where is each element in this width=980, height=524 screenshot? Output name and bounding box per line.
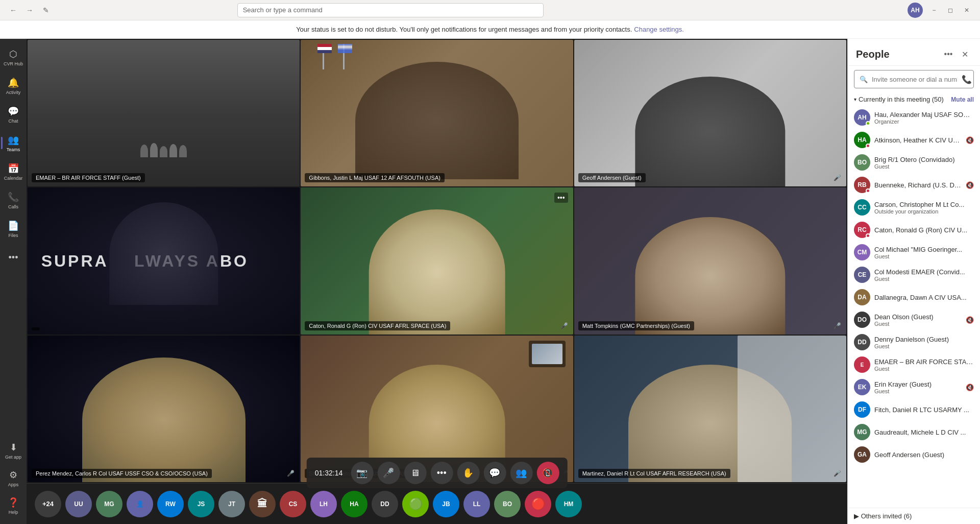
participant-item[interactable]: E EMAER – BR AIR FORCE STAFF (... Guest — [848, 353, 980, 376]
participant-info: Brig R/1 Otero (Convidado) Guest — [874, 156, 974, 170]
hand-button[interactable]: ✋ — [457, 462, 479, 484]
close-button[interactable]: ✕ — [960, 3, 974, 17]
participant-item[interactable]: DD Denny Danielson (Guest) Guest — [848, 331, 980, 353]
chat-ctrl-button[interactable]: 💬 — [483, 462, 506, 484]
avatar-MG[interactable]: MG — [96, 491, 122, 517]
panel-close-button[interactable]: ✕ — [958, 47, 972, 61]
participant-item[interactable]: AH Hau, Alexander Maj USAF SOUTH... Orga… — [848, 106, 980, 129]
restore-button[interactable]: ◻ — [943, 3, 958, 17]
hub-logo[interactable]: ⬡ CVR Hub — [1, 44, 26, 70]
participant-item[interactable]: DA Dallanegra, Dawn A CIV USA... — [848, 286, 980, 308]
chevron-down-icon: ▾ — [854, 97, 856, 102]
more-button[interactable]: ••• — [430, 462, 453, 484]
avatar-UU[interactable]: UU — [65, 491, 92, 517]
avatar-LH[interactable]: LH — [310, 491, 337, 517]
sidebar-item-calls[interactable]: 📞 Calls — [1, 187, 26, 213]
participant-item[interactable]: DO Dean Olson (Guest) Guest 🔇 — [848, 308, 980, 331]
others-invited[interactable]: ▶ Others invited (6) — [848, 508, 980, 524]
minimize-button[interactable]: − — [927, 3, 941, 17]
participant-info: Hau, Alexander Maj USAF SOUTH... Organiz… — [874, 111, 974, 125]
avatar-JB[interactable]: JB — [433, 491, 459, 517]
avatar-self[interactable]: 👤 — [127, 491, 153, 517]
end-call-button[interactable]: 📵 — [536, 462, 559, 484]
forward-button[interactable]: → — [22, 3, 37, 17]
avatar-LL[interactable]: LL — [463, 491, 490, 517]
participant-role: Guest — [874, 388, 962, 394]
camera-button[interactable]: 📷 — [351, 462, 373, 484]
mic-button[interactable]: 🎤 — [377, 462, 400, 484]
avatar-HA[interactable]: HA — [341, 491, 368, 517]
top-bar: ← → ✎ Search or type a command AH − ◻ ✕ — [0, 0, 980, 20]
avatar-RW[interactable]: RW — [157, 491, 184, 517]
participant-item[interactable]: HA Atkinson, Heather K CIV US... 🔇 — [848, 129, 980, 151]
name-tag-2: Gibbons, Justin L Maj USAF 12 AF AFSOUTH… — [305, 173, 445, 182]
participant-item[interactable]: MG Gaudreault, Michele L D CIV ... — [848, 421, 980, 443]
avatar-CS[interactable]: CS — [280, 491, 306, 517]
sidebar-item-files[interactable]: 📄 Files — [1, 216, 26, 242]
avatar-more[interactable]: +24 — [35, 491, 61, 517]
calls-label: Calls — [8, 204, 18, 209]
video-cell-5[interactable]: Caton, Ronald G (Ron) CIV USAF AFRL SPAC… — [301, 187, 573, 334]
participant-item[interactable]: BO Brig R/1 Otero (Convidado) Guest — [848, 151, 980, 174]
invite-input[interactable]: 🔍 📞 — [854, 70, 974, 88]
video-cell-4[interactable]: SUPRA LWAYS ABO — [28, 187, 300, 334]
invite-field[interactable] — [872, 76, 958, 83]
avatar-group[interactable]: 🏛 — [249, 491, 276, 517]
sidebar-item-activity[interactable]: 🔔 Activity — [1, 73, 26, 99]
participant-role: Guest — [874, 163, 974, 170]
back-button[interactable]: ← — [6, 3, 20, 17]
participant-name: Dean Olson (Guest) — [874, 313, 962, 321]
participant-item[interactable]: RC Caton, Ronald G (Ron) CIV U... — [848, 219, 980, 241]
sidebar-item-calendar[interactable]: 📅 Calendar — [1, 158, 26, 185]
participant-role: Guest — [874, 343, 974, 349]
user-avatar[interactable]: AH — [908, 3, 923, 18]
participant-item[interactable]: GA Geoff Andersen (Guest) — [848, 443, 980, 466]
participant-name: Dallanegra, Dawn A CIV USA... — [874, 294, 974, 301]
participant-item[interactable]: CE Col Modesti EMAER (Convid... Guest — [848, 264, 980, 286]
video-cell-9[interactable]: Martinez, Daniel R Lt Col USAF AFRL RESE… — [574, 336, 846, 482]
sidebar-item-apps[interactable]: ⚙ Apps — [1, 465, 26, 491]
participant-info: Atkinson, Heather K CIV US... — [874, 136, 962, 144]
participant-item[interactable]: CC Carson, Christopher M Lt Co... Outsid… — [848, 196, 980, 219]
participant-info: Caton, Ronald G (Ron) CIV U... — [874, 226, 974, 234]
avatar-green[interactable]: 🟢 — [402, 491, 429, 517]
video-cell-7[interactable]: Perez Mendez, Carlos R Col USAF USSF CSO… — [28, 336, 300, 482]
participants-button[interactable]: 👥 — [510, 462, 532, 484]
help-icon: ❓ — [8, 497, 19, 508]
video-cell-2[interactable]: Gibbons, Justin L Maj USAF 12 AF AFSOUTH… — [301, 40, 573, 186]
participant-item[interactable]: DF Fitch, Daniel R LTC USARMY ... — [848, 398, 980, 421]
participant-name: Carson, Christopher M Lt Co... — [874, 201, 974, 208]
sidebar-item-more[interactable]: ••• — [1, 244, 26, 271]
participant-avatar-GA: GA — [854, 446, 870, 463]
sidebar-item-chat[interactable]: 💬 Chat — [1, 101, 26, 128]
avatar-HM[interactable]: HM — [555, 491, 582, 517]
search-bar[interactable]: Search or type a command — [237, 3, 544, 17]
mute-all-button[interactable]: Mute all — [951, 96, 974, 103]
participant-name: Gaudreault, Michele L D CIV ... — [874, 428, 974, 436]
participant-avatar-DA: DA — [854, 289, 870, 305]
sidebar-item-teams[interactable]: 👥 Teams — [1, 130, 26, 156]
avatar-red[interactable]: 🔴 — [525, 491, 551, 517]
participant-item[interactable]: EK Erin Krayer (Guest) Guest 🔇 — [848, 376, 980, 398]
video-cell-1[interactable]: EMAER – BR AIR FORCE STAFF (Guest) — [28, 40, 300, 186]
teams-icon: 👥 — [8, 134, 19, 146]
notification-settings-link[interactable]: Change settings. — [634, 26, 684, 33]
avatar-JT[interactable]: JT — [218, 491, 245, 517]
sidebar-item-get-app[interactable]: ⬇ Get app — [1, 437, 26, 464]
apps-icon: ⚙ — [9, 469, 17, 481]
video-cell-3[interactable]: Geoff Andersen (Guest) 🎤 — [574, 40, 846, 186]
avatar-BO[interactable]: BO — [494, 491, 521, 517]
panel-header-actions: ••• ✕ — [941, 47, 972, 61]
sidebar-item-help[interactable]: ❓ Help — [1, 492, 26, 519]
compose-button[interactable]: ✎ — [39, 3, 53, 17]
participant-item[interactable]: CM Col Michael "MIG Goeringer... Guest — [848, 241, 980, 264]
video-cell-6[interactable]: Matt Tompkins (GMC Partnerships) (Guest)… — [574, 187, 846, 334]
apps-label: Apps — [8, 482, 19, 487]
avatar-JS[interactable]: JS — [188, 491, 214, 517]
share-button[interactable]: 🖥 — [404, 462, 426, 484]
panel-more-button[interactable]: ••• — [941, 47, 955, 61]
avatar-DD[interactable]: DD — [372, 491, 398, 517]
participant-item[interactable]: RB Buenneke, Richard (U.S. Dep... 🔇 — [848, 174, 980, 196]
nav-controls: ← → ✎ — [6, 3, 53, 17]
participant-name: Brig R/1 Otero (Convidado) — [874, 156, 974, 163]
